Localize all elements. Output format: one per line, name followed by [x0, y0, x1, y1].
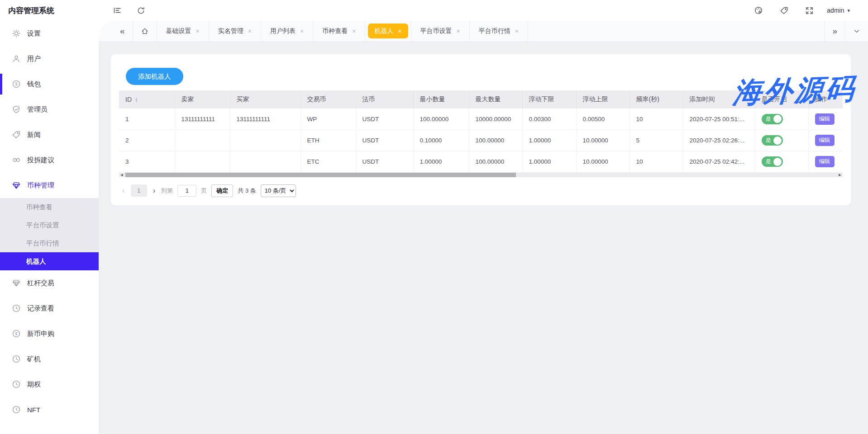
- sidebar-item[interactable]: 平台币设置: [0, 216, 99, 234]
- tab-close-icon[interactable]: ×: [248, 28, 252, 35]
- sidebar-item-label: 币种管理: [27, 181, 54, 190]
- sidebar-item[interactable]: 管理员: [0, 97, 99, 122]
- gem-icon: [12, 181, 20, 189]
- scroll-right-arrow-icon[interactable]: ▶: [837, 173, 843, 177]
- home-tab-icon[interactable]: [133, 21, 157, 42]
- cell-add-time: 2020-07-25 00:51:...: [683, 108, 755, 130]
- horizontal-scrollbar[interactable]: ◀ ▶: [119, 173, 843, 177]
- sidebar-item[interactable]: 记录查看: [0, 296, 99, 321]
- tab[interactable]: 用户列表 ×: [261, 21, 313, 42]
- sidebar-item-label: NFT: [27, 406, 40, 414]
- sidebar-item[interactable]: $ 钱包: [0, 71, 99, 97]
- sidebar-item[interactable]: NFT: [0, 397, 99, 422]
- page-label: 页: [201, 187, 207, 195]
- svg-text:$: $: [15, 331, 18, 336]
- content-area: 添加机器人 ID▲▼: [99, 42, 868, 205]
- collapse-sidebar-icon[interactable]: [110, 3, 125, 18]
- tab-close-icon[interactable]: ×: [398, 28, 401, 35]
- sidebar-item-label: 平台币设置: [26, 221, 59, 230]
- table-header-row: ID▲▼ 卖家 买家 交易币 法币 最小数量: [119, 90, 843, 108]
- tab[interactable]: 实名管理 ×: [209, 21, 261, 42]
- cell-enabled: 是: [755, 108, 808, 130]
- tab-close-icon[interactable]: ×: [457, 28, 460, 35]
- cell-max: 10000.00000: [469, 108, 522, 130]
- cell-seller: [175, 151, 230, 172]
- tab-close-icon[interactable]: ×: [300, 28, 304, 35]
- fullscreen-icon[interactable]: [801, 3, 817, 18]
- cell-fiat: USDT: [356, 151, 413, 172]
- cell-add-time: 2020-07-25 02:42:...: [683, 151, 755, 172]
- page-size-select[interactable]: 10 条/页: [261, 184, 296, 197]
- refresh-icon[interactable]: [133, 3, 148, 18]
- sidebar-item[interactable]: 新闻: [0, 122, 99, 147]
- compass-icon: [12, 406, 20, 414]
- tabs-menu-icon[interactable]: [845, 21, 868, 42]
- tab[interactable]: 机器人 ×: [365, 21, 411, 42]
- sidebar-item-label: 期权: [27, 380, 41, 389]
- cell-actions: 编辑: [808, 108, 843, 130]
- enabled-toggle[interactable]: 是: [762, 114, 783, 124]
- cell-max: 100.00000: [469, 151, 522, 172]
- total-count: 共 3 条: [238, 187, 256, 195]
- tabbar-right: »: [824, 21, 868, 42]
- compass-icon: [12, 355, 20, 363]
- sort-icon[interactable]: ▲▼: [135, 97, 138, 103]
- sidebar-item-label: 钱包: [27, 80, 41, 89]
- sidebar-item-label: 管理员: [27, 105, 48, 114]
- edit-button[interactable]: 编辑: [815, 135, 835, 146]
- current-page[interactable]: 1: [131, 184, 147, 197]
- confirm-page-button[interactable]: 确定: [211, 184, 233, 197]
- sidebar-item[interactable]: 机器人: [0, 252, 99, 270]
- tab-close-icon[interactable]: ×: [196, 28, 200, 35]
- app-title: 内容管理系统: [0, 5, 99, 16]
- tab-label: 实名管理: [218, 27, 243, 35]
- tab-close-icon[interactable]: ×: [352, 28, 356, 35]
- tab[interactable]: 平台币设置 ×: [411, 21, 470, 42]
- sidebar-item[interactable]: 币种查看: [0, 198, 99, 216]
- column-header: 操作: [808, 90, 843, 108]
- tag-icon[interactable]: [776, 3, 792, 18]
- sidebar-item[interactable]: 期权: [0, 372, 99, 397]
- add-robot-button[interactable]: 添加机器人: [126, 68, 183, 85]
- scroll-left-arrow-icon[interactable]: ◀: [119, 173, 124, 177]
- enabled-toggle[interactable]: 是: [762, 156, 783, 167]
- column-header: 交易币: [300, 90, 356, 108]
- cell-id: 2: [119, 130, 175, 151]
- edit-button[interactable]: 编辑: [815, 156, 835, 167]
- theme-palette-icon[interactable]: [751, 3, 766, 18]
- tab-close-icon[interactable]: ×: [515, 28, 519, 35]
- sidebar-item[interactable]: 设置: [0, 21, 99, 46]
- sidebar-item[interactable]: 杠杆交易: [0, 270, 99, 296]
- sidebar-item[interactable]: 平台币行情: [0, 234, 99, 252]
- tabs-scroll-right-icon[interactable]: »: [824, 21, 845, 42]
- cell-coin: WP: [300, 108, 356, 130]
- cell-seller: 13111111111: [175, 108, 230, 130]
- shield-icon: [12, 105, 20, 113]
- sidebar-item-label: 设置: [27, 29, 41, 38]
- user-icon: [12, 55, 20, 63]
- sidebar-item[interactable]: 矿机: [0, 346, 99, 372]
- sidebar-item[interactable]: 币种管理: [0, 173, 99, 198]
- cell-enabled: 是: [755, 151, 808, 172]
- tabs-scroll-left-icon[interactable]: «: [112, 21, 133, 42]
- tab[interactable]: 币种查看 ×: [313, 21, 365, 42]
- sidebar-item[interactable]: 投拆建议: [0, 147, 99, 173]
- next-page-icon[interactable]: ›: [152, 186, 157, 195]
- cell-buyer: [230, 130, 300, 151]
- scrollbar-thumb[interactable]: [125, 173, 516, 177]
- compass-icon: [12, 304, 20, 312]
- column-header: 浮动上限: [576, 90, 630, 108]
- prev-page-icon[interactable]: ‹: [121, 186, 126, 195]
- sidebar-item-label: 币种查看: [26, 203, 52, 212]
- edit-button[interactable]: 编辑: [815, 113, 835, 125]
- goto-page-input[interactable]: [177, 185, 196, 197]
- tab[interactable]: 平台币行情 ×: [470, 21, 528, 42]
- sidebar-item[interactable]: 用户: [0, 46, 99, 71]
- sidebar-item-label: 矿机: [27, 355, 41, 363]
- column-header: 添加时间: [683, 90, 755, 108]
- sidebar-item[interactable]: $ 新币申购: [0, 321, 99, 346]
- user-menu[interactable]: admin ▾: [827, 7, 850, 14]
- tab[interactable]: 基础设置 ×: [157, 21, 209, 42]
- enabled-toggle[interactable]: 是: [762, 135, 783, 146]
- tab-label: 平台币行情: [479, 27, 510, 35]
